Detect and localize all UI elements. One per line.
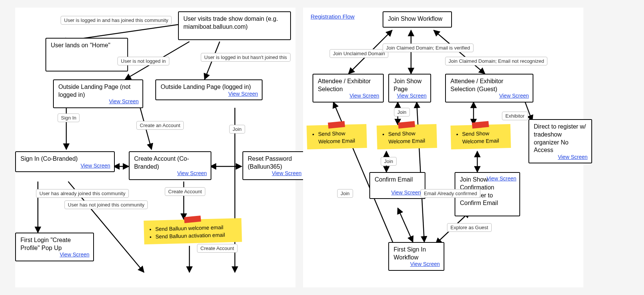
edge-logged-not-joined: User is logged in but hasn't joined this: [201, 53, 291, 62]
edge-create-account: Create Account: [165, 187, 205, 196]
edge-join-claimed-verified: Join Claimed Domain; Email is verified: [383, 43, 474, 52]
node-join-show-workflow: Join Show Workflow: [383, 11, 452, 28]
node-title: User lands on "Home": [51, 42, 123, 50]
edge-sign-in: Sign In: [58, 113, 80, 122]
edge-join-claimed-not: Join Claimed Domain; Email not recognize…: [445, 57, 547, 65]
view-screen-link[interactable]: View Screen: [60, 251, 89, 258]
view-screen-link[interactable]: View Screen: [177, 170, 207, 177]
edge-create-an-account: Create an Account: [136, 121, 184, 130]
diagram-stage: User visits trade show domain (e.g. miam…: [0, 0, 644, 295]
node-title: Attendee / Exhibitor Selection: [318, 78, 378, 93]
node-user-home: User lands on "Home": [45, 38, 128, 71]
right-panel: Registration Flow: [303, 8, 583, 287]
node-title: Confirm Email: [375, 176, 420, 184]
view-screen-link[interactable]: View Screen: [109, 98, 139, 105]
sticky-line: Send Show Welcome Email: [462, 129, 506, 145]
edge-create-account-2: Create Account: [197, 244, 238, 253]
view-screen-link[interactable]: View Screen: [558, 154, 588, 160]
node-title: Join Show Workflow: [388, 15, 447, 23]
node-create-account: Create Account (Co-Branded) View Screen: [129, 151, 211, 180]
node-attendee-exhibitor-guest: Attendee / Exhibitor Selection (Guest) V…: [445, 74, 533, 102]
edge-join-3: Join: [337, 189, 353, 198]
edge-not-joined: User has not joined this community: [64, 200, 148, 209]
edge-logged-joined: User is logged in and has joined this co…: [61, 16, 172, 25]
node-title: First Sign In Workflow: [394, 246, 439, 262]
node-title: Direct to register w/ tradeshow organize…: [534, 123, 587, 154]
node-confirm-email: Confirm Email View Screen: [369, 172, 425, 199]
node-title: Create Account (Co-Branded): [134, 155, 206, 171]
sticky-balluun-emails: Send Balluun welcome email Send Balluun …: [144, 218, 242, 245]
sticky-line: Send Show Welcome Email: [318, 129, 362, 145]
node-title: Attendee / Exhibitor Selection (Guest): [450, 78, 528, 93]
node-title: Join Show Page: [394, 78, 426, 93]
edge-join-2: Join: [381, 157, 397, 166]
node-join-show-page: Join Show Page View Screen: [388, 74, 431, 102]
node-title: Outside Landing Page (not logged in): [58, 83, 138, 99]
node-outside-not-logged: Outside Landing Page (not logged in) Vie…: [53, 79, 143, 108]
view-screen-link[interactable]: View Screen: [272, 170, 302, 177]
node-sign-in: Sign In (Co-Branded) View Screen: [15, 151, 115, 172]
edge-explore-guest: Explore as Guest: [447, 223, 492, 232]
node-attendee-exhibitor: Attendee / Exhibitor Selection View Scre…: [313, 74, 384, 102]
node-user-visits: User visits trade show domain (e.g. miam…: [178, 11, 291, 40]
breadcrumb-registration-flow[interactable]: Registration Flow: [311, 13, 355, 20]
node-outside-logged: Outside Landing Page (logged in) View Sc…: [155, 79, 263, 100]
view-screen-link[interactable]: View Screen: [487, 175, 516, 182]
view-screen-link[interactable]: View Screen: [350, 92, 379, 99]
node-first-login: First Login "Create Profile" Pop Up View…: [15, 233, 94, 261]
sticky-line: Send Show Welcome Email: [388, 129, 432, 145]
sticky-welcome-3: Send Show Welcome Email: [450, 124, 511, 149]
sticky-welcome-1: Send Show Welcome Email: [306, 124, 367, 149]
view-screen-link[interactable]: View Screen: [391, 189, 421, 196]
edge-join-1: Join: [394, 108, 410, 116]
view-screen-link[interactable]: View Screen: [499, 92, 529, 99]
edge-email-confirmed: Email Already confirmed: [420, 189, 480, 198]
edge-exhibitor: Exhibitor: [502, 112, 528, 120]
view-screen-link[interactable]: View Screen: [81, 162, 110, 169]
view-screen-link[interactable]: View Screen: [410, 261, 440, 267]
node-reset-password: Reset Password (Balluun365) View Screen: [242, 151, 306, 180]
left-panel: User visits trade show domain (e.g. miam…: [15, 8, 295, 287]
edge-already-joined: User has already joined this community: [36, 189, 129, 198]
sticky-welcome-2: Send Show Welcome Email: [377, 124, 437, 149]
edge-not-logged: User is not logged in: [117, 57, 169, 65]
node-first-sign-in: First Sign In Workflow View Screen: [388, 242, 444, 271]
svg-line-18: [398, 208, 413, 242]
view-screen-link[interactable]: View Screen: [228, 90, 258, 97]
edge-join: Join: [229, 125, 245, 134]
node-title: User visits trade show domain (e.g. miam…: [183, 15, 286, 31]
node-title: Reset Password (Balluun365): [248, 155, 301, 171]
edge-join-unclaimed: Join Unclaimed Domain: [330, 49, 388, 58]
node-direct-register: Direct to register w/ tradeshow organize…: [528, 119, 592, 163]
node-title: First Login "Create Profile" Pop Up: [20, 236, 89, 252]
view-screen-link[interactable]: View Screen: [397, 92, 427, 99]
